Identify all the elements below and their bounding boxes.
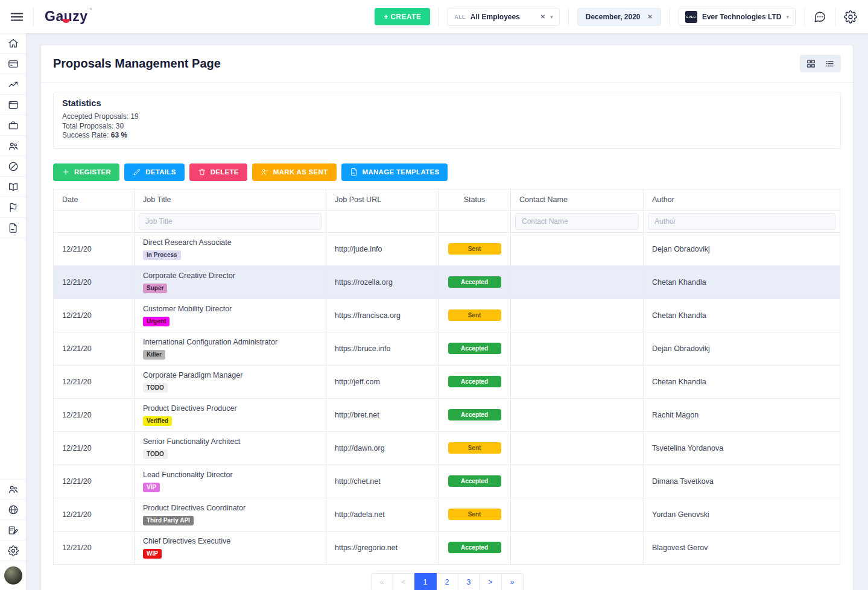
manage-templates-button[interactable]: MANAGE TEMPLATES (341, 163, 448, 181)
home-icon (8, 38, 19, 49)
clear-employee-filter-icon[interactable]: ✕ (540, 13, 545, 20)
sidebar-item-reports[interactable] (0, 520, 26, 541)
column-header-author[interactable]: Author (644, 189, 840, 210)
pagination-item-3[interactable]: 3 (458, 573, 480, 590)
pagination-item->[interactable]: > (480, 573, 502, 590)
organization-selector[interactable]: EVER Ever Technologies LTD ▾ (679, 8, 796, 26)
job-title-text: Customer Mobility Director (143, 304, 317, 314)
register-label: REGISTER (74, 168, 111, 176)
grid-view-icon[interactable] (806, 59, 816, 68)
sidebar-item-apps[interactable] (0, 95, 26, 115)
menu-toggle-icon[interactable] (9, 9, 25, 25)
clear-date-filter-icon[interactable]: ✕ (648, 13, 653, 20)
proposal-row-5[interactable]: 12/21/20Product Directives ProducerVerif… (54, 398, 840, 431)
cell-contact-name (511, 465, 644, 498)
sidebar-user[interactable] (0, 561, 26, 590)
sidebar-item-employees[interactable] (0, 136, 26, 156)
details-button[interactable]: DETAILS (124, 163, 184, 181)
proposal-row-4[interactable]: 12/21/20Corporate Paradigm ManagerTODOht… (54, 365, 840, 398)
header-divider (439, 8, 439, 26)
sidebar-item-organization[interactable] (0, 500, 26, 520)
sidebar-item-sales[interactable] (0, 74, 26, 95)
sidebar-item-proposals[interactable] (0, 218, 26, 238)
user-avatar[interactable] (4, 566, 22, 585)
pagination-item-«: « (371, 573, 393, 590)
column-header-job-post-url[interactable]: Job Post URL (326, 189, 439, 210)
knowledge-base-icon (8, 182, 19, 192)
column-header-status[interactable]: Status (439, 189, 511, 210)
proposal-row-7[interactable]: 12/21/20Lead Functionality DirectorVIPht… (54, 465, 840, 498)
app-logo[interactable]: Gauzy™ (45, 8, 92, 25)
status-badge: Sent (448, 243, 501, 255)
cell-date: 12/21/20 (54, 365, 135, 398)
pagination-item-»[interactable]: » (501, 573, 524, 590)
author-filter-input[interactable] (648, 213, 835, 230)
sidebar-item-knowledge-base[interactable] (0, 177, 26, 197)
status-badge: Accepted (448, 276, 501, 288)
table-filter-row (54, 210, 840, 232)
sidebar-item-jobs[interactable] (0, 115, 26, 136)
proposal-row-1[interactable]: 12/21/20Corporate Creative DirectorSuper… (54, 265, 840, 299)
job-title-filter-input[interactable] (139, 213, 322, 230)
proposal-row-6[interactable]: 12/21/20Senior Functionality ArchitectTO… (54, 431, 840, 465)
sales-icon (8, 79, 19, 90)
register-button[interactable]: REGISTER (53, 163, 119, 181)
settings-gear-icon[interactable] (844, 10, 857, 24)
status-badge: Sent (448, 442, 501, 454)
list-view-icon[interactable] (825, 59, 834, 68)
cell-status: Sent (439, 498, 511, 531)
job-tag-badge: VIP (143, 483, 160, 492)
header-divider (835, 8, 835, 26)
chat-icon[interactable] (813, 10, 826, 24)
employee-filter-select[interactable]: ALL All Employees ✕ ▾ (448, 8, 559, 26)
mark-as-sent-label: MARK AS SENT (273, 168, 328, 176)
sidebar-item-billing[interactable] (0, 54, 26, 74)
mark-as-sent-button[interactable]: MARK AS SENT (252, 163, 337, 181)
organization-icon (8, 504, 19, 515)
column-header-date[interactable]: Date (54, 189, 135, 210)
cell-job-title: International Configuration Administrato… (135, 332, 326, 365)
employees-icon (8, 141, 19, 151)
person-done-icon (261, 168, 269, 176)
sidebar-top-group (0, 33, 26, 238)
create-button[interactable]: + CREATE (375, 8, 430, 25)
filter-cell-job-title (135, 210, 326, 232)
pagination-item-2[interactable]: 2 (436, 573, 458, 590)
proposals-icon (8, 223, 19, 233)
contact-name-filter-input[interactable] (515, 213, 639, 230)
actions-toolbar: REGISTERDETAILSDELETEMARK AS SENTMANAGE … (53, 163, 841, 181)
cell-author: Chetan Khandla (644, 265, 840, 299)
cell-contact-name (511, 332, 644, 365)
logo-trademark: ™ (88, 7, 92, 11)
proposal-row-3[interactable]: 12/21/20International Configuration Admi… (54, 332, 840, 365)
column-header-contact-name[interactable]: Contact Name (511, 189, 644, 210)
proposal-row-0[interactable]: 12/21/20Direct Research AssociateIn Proc… (54, 232, 840, 265)
proposal-row-2[interactable]: 12/21/20Customer Mobility DirectorUrgent… (54, 299, 840, 332)
cell-job-title: Chief Directives ExecutiveWIP (135, 531, 326, 564)
sidebar-item-goals[interactable] (0, 197, 26, 218)
sidebar-item-settings[interactable] (0, 541, 26, 561)
delete-button[interactable]: DELETE (189, 163, 247, 181)
cell-job-title: Senior Functionality ArchitectTODO (135, 431, 326, 465)
sidebar-item-home[interactable] (0, 33, 26, 54)
proposal-row-8[interactable]: 12/21/20Product Directives CoordinatorTh… (54, 498, 840, 531)
cell-status: Accepted (439, 465, 511, 498)
statistics-title: Statistics (62, 98, 832, 108)
cell-contact-name (511, 232, 644, 265)
cell-job-post-url: http://jeff.com (326, 365, 439, 398)
cell-author: Rachit Magon (644, 398, 840, 431)
status-badge: Accepted (448, 475, 501, 487)
all-employees-avatar: ALL (454, 14, 465, 20)
column-header-job-title[interactable]: Job Title (135, 189, 326, 210)
job-tag-badge: In Process (143, 250, 181, 260)
pagination-item-1[interactable]: 1 (414, 573, 437, 590)
organization-logo: EVER (685, 11, 697, 23)
cell-job-title: Corporate Creative DirectorSuper (135, 265, 326, 299)
cell-date: 12/21/20 (54, 431, 135, 465)
job-title-text: Senior Functionality Architect (143, 437, 317, 446)
date-filter[interactable]: December, 2020 ✕ (577, 8, 661, 26)
sidebar-item-candidates[interactable] (0, 479, 26, 500)
sidebar-item-time-tracker[interactable] (0, 156, 26, 177)
employee-filter-label: All Employees (470, 13, 520, 21)
proposal-row-9[interactable]: 12/21/20Chief Directives ExecutiveWIPhtt… (54, 531, 840, 564)
